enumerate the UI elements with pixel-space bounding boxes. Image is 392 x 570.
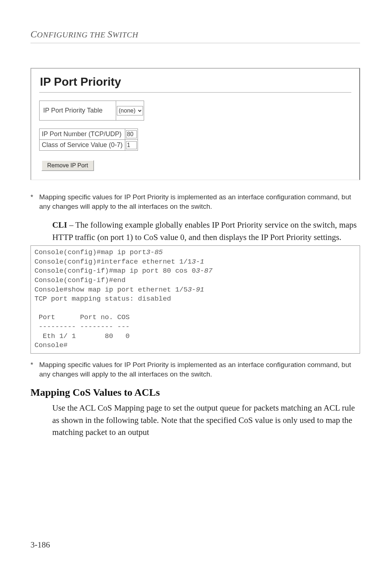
header-rule — [30, 43, 360, 43]
ip-port-priority-panel: IP Port Priority IP Port Priority Table … — [30, 68, 360, 180]
footnote-1: * Mapping specific values for IP Port Pr… — [30, 192, 360, 211]
priority-table-block: IP Port Priority Table (none) — [39, 101, 144, 121]
footnote-1-marker: * — [30, 192, 39, 202]
priority-table-label: IP Port Priority Table — [40, 101, 116, 121]
section-mapping-cos-para: Use the ACL CoS Mapping page to set the … — [52, 402, 360, 438]
footnote-1-text: Mapping specific values for IP Port Prio… — [39, 192, 360, 211]
footnote-2-marker: * — [30, 360, 39, 370]
cos-value-input[interactable] — [126, 141, 137, 149]
footnote-2: * Mapping specific values for IP Port Pr… — [30, 360, 360, 379]
panel-title: IP Port Priority — [40, 75, 351, 89]
ip-port-number-input[interactable] — [126, 130, 137, 138]
cos-value-label: Class of Service Value (0-7) — [40, 140, 125, 151]
page: CONFIGURING THE SWITCH IP Port Priority … — [0, 0, 392, 570]
priority-table-select-cell: (none) — [116, 101, 144, 121]
cli-lead: CLI — [52, 220, 67, 229]
footnote-2-text: Mapping specific values for IP Port Prio… — [39, 360, 360, 379]
ip-port-number-label: IP Port Number (TCP/UDP) — [40, 129, 125, 140]
cli-output: Console(config)#map ip port3-85 Console(… — [30, 245, 360, 354]
cli-text: – The following example globally enables… — [52, 220, 357, 241]
page-number: 3-186 — [30, 540, 50, 550]
cli-paragraph: CLI – The following example globally ena… — [52, 219, 360, 243]
section-mapping-cos-heading: Mapping CoS Values to ACLs — [30, 387, 360, 398]
remove-ip-port-button[interactable]: Remove IP Port — [41, 160, 94, 171]
panel-title-rule — [39, 92, 351, 93]
running-head: CONFIGURING THE SWITCH — [30, 29, 360, 40]
priority-table-select[interactable]: (none) — [117, 106, 143, 115]
priority-fields: IP Port Number (TCP/UDP) Class of Servic… — [39, 129, 138, 151]
